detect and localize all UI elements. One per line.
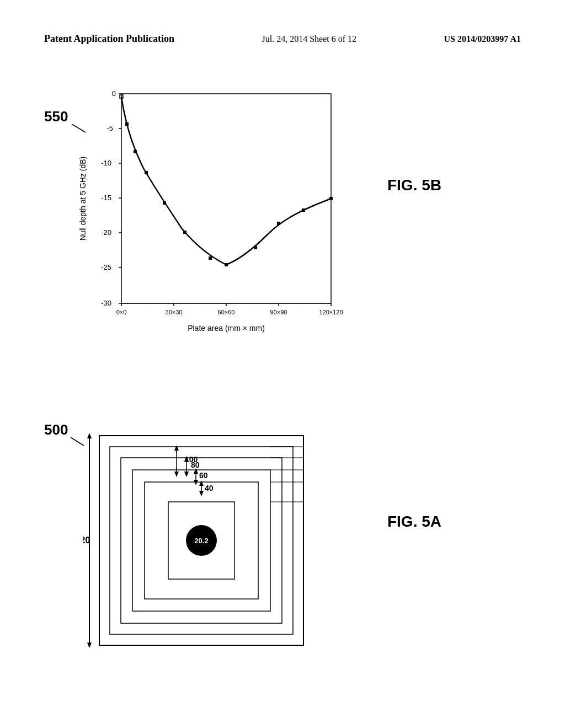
svg-marker-45: [87, 433, 92, 438]
svg-text:120: 120: [83, 536, 90, 545]
svg-text:30×30: 30×30: [166, 309, 183, 315]
fig5b-section: 550 0 -5 -10 -15: [33, 77, 447, 370]
svg-text:-15: -15: [101, 194, 111, 202]
publication-date-sheet: Jul. 24, 2014 Sheet 6 of 12: [262, 34, 356, 44]
svg-rect-35: [209, 256, 212, 260]
svg-rect-32: [145, 171, 148, 174]
svg-text:Plate area (mm × mm): Plate area (mm × mm): [188, 324, 265, 333]
svg-marker-69: [199, 480, 204, 486]
svg-rect-39: [302, 208, 305, 212]
svg-marker-46: [87, 643, 92, 648]
svg-text:90×90: 90×90: [270, 309, 287, 315]
fig5a-section: 500 120 20.2: [33, 397, 447, 684]
svg-text:-20: -20: [101, 228, 111, 237]
svg-rect-33: [163, 201, 166, 205]
publication-type: Patent Application Publication: [44, 33, 174, 45]
svg-text:40: 40: [205, 484, 214, 493]
svg-marker-70: [199, 491, 204, 496]
fig5b-title: FIG. 5B: [387, 176, 441, 194]
svg-rect-30: [125, 122, 129, 126]
svg-text:-30: -30: [101, 299, 111, 307]
svg-rect-40: [329, 197, 333, 200]
publication-number: US 2014/0203997 A1: [444, 34, 521, 44]
svg-marker-57: [174, 445, 179, 451]
svg-text:20.2: 20.2: [194, 537, 208, 545]
svg-text:0: 0: [112, 89, 116, 98]
svg-text:60×60: 60×60: [218, 309, 235, 315]
svg-rect-31: [134, 150, 137, 153]
svg-rect-2: [121, 94, 331, 303]
svg-text:80: 80: [191, 461, 200, 469]
svg-rect-36: [225, 263, 228, 266]
svg-text:-5: -5: [106, 124, 113, 132]
fig5b-chart: 0 -5 -10 -15 -20 -25 -30 0×0 30×3: [77, 83, 452, 358]
svg-rect-38: [277, 222, 280, 225]
fig5a-title: FIG. 5A: [387, 513, 441, 531]
svg-text:-25: -25: [101, 263, 111, 271]
fig5a-diagram: 120 20.2 100 80: [83, 430, 425, 695]
svg-text:Null depth at 5 GHz (dB): Null depth at 5 GHz (dB): [78, 157, 87, 241]
svg-text:550: 550: [44, 108, 68, 125]
svg-rect-34: [183, 231, 186, 234]
svg-rect-37: [254, 246, 257, 249]
svg-marker-58: [174, 472, 179, 477]
svg-marker-66: [194, 480, 198, 485]
svg-marker-62: [184, 472, 189, 477]
svg-text:120×120: 120×120: [319, 309, 343, 315]
svg-text:60: 60: [199, 471, 208, 480]
svg-text:500: 500: [44, 421, 68, 438]
page-header: Patent Application Publication Jul. 24, …: [0, 33, 565, 45]
svg-line-43: [71, 437, 84, 446]
svg-text:0×0: 0×0: [116, 309, 127, 315]
svg-text:-10: -10: [101, 159, 111, 167]
